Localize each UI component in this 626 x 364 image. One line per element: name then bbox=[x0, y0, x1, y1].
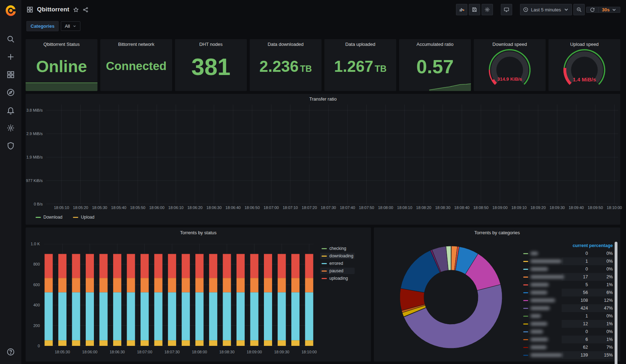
legend-item-upload[interactable]: Upload bbox=[71, 214, 96, 220]
refresh-interval-dropdown[interactable]: 30s bbox=[598, 7, 620, 12]
admin-shield-icon[interactable] bbox=[6, 141, 15, 150]
legend-item-errored[interactable]: errored bbox=[320, 260, 355, 267]
x-tick-label: 18:07:00 bbox=[137, 350, 152, 354]
y-tick-label: 400 bbox=[33, 303, 40, 307]
category-row: 10% bbox=[523, 312, 613, 320]
panel-upload-speed[interactable]: Upload speed 1.4 MiB/s bbox=[548, 39, 620, 91]
category-percentage-value: 1% bbox=[588, 337, 613, 342]
panel-data-downloaded[interactable]: Data downloaded 2.236TB bbox=[250, 39, 322, 91]
grafana-logo[interactable] bbox=[0, 0, 21, 21]
category-label-redacted bbox=[530, 291, 547, 294]
category-row: 42447% bbox=[523, 304, 613, 312]
x-tick-label: 18:09:00 bbox=[492, 205, 508, 210]
panel-accumulated-ratio[interactable]: Accumulated ratio 0.57 bbox=[399, 39, 471, 91]
star-icon[interactable] bbox=[73, 7, 79, 13]
stat-value: 2.236TB bbox=[250, 59, 322, 74]
category-label-redacted bbox=[530, 252, 538, 255]
panel-qbittorrent-status[interactable]: Qbittorrent Status Online bbox=[26, 39, 97, 91]
panel-title[interactable]: Accumulated ratio bbox=[399, 39, 471, 47]
panel-title[interactable]: Qbittorrent Status bbox=[26, 39, 97, 47]
legend-item-download[interactable]: Download bbox=[34, 214, 64, 220]
panel-title[interactable]: Upload speed bbox=[548, 39, 620, 47]
category-current-value: 12 bbox=[567, 321, 588, 326]
legend-label: Download bbox=[43, 215, 62, 220]
panel-title[interactable]: Bittorrent network bbox=[100, 39, 172, 47]
category-row: 10% bbox=[523, 257, 613, 265]
legend-color-dash bbox=[322, 248, 327, 249]
stat-sparkline bbox=[399, 80, 471, 91]
category-label-redacted bbox=[530, 275, 564, 279]
panel-title[interactable]: Download speed bbox=[474, 39, 546, 47]
legend-item-uploading[interactable]: uploading bbox=[320, 275, 355, 282]
status-plot-area[interactable] bbox=[44, 244, 314, 346]
category-label-redacted bbox=[530, 299, 555, 302]
x-tick-label: 18:09:40 bbox=[569, 205, 584, 210]
x-tick-label: 18:08:50 bbox=[473, 205, 489, 210]
alerting-bell-icon[interactable] bbox=[6, 106, 15, 114]
variable-label-categories[interactable]: Categories bbox=[26, 21, 59, 31]
category-label-redacted bbox=[530, 346, 547, 349]
panel-title[interactable]: Torrents by status bbox=[26, 228, 371, 235]
panel-title[interactable]: Data downloaded bbox=[250, 39, 322, 47]
category-percentage-value: 12% bbox=[588, 298, 613, 303]
status-y-axis: 02004006008001.0 K bbox=[26, 244, 43, 346]
legend-item-checking[interactable]: checking bbox=[320, 245, 355, 252]
categories-donut-chart[interactable] bbox=[398, 244, 504, 352]
search-icon[interactable] bbox=[6, 35, 15, 43]
time-range-picker[interactable]: Last 5 minutes bbox=[520, 4, 572, 15]
add-panel-button[interactable] bbox=[456, 4, 467, 15]
x-tick-label: 18:07:40 bbox=[340, 205, 355, 210]
legend-color-dash bbox=[322, 271, 327, 272]
transfer-x-axis: 18:05:1018:05:2018:05:3018:05:4018:05:50… bbox=[46, 205, 618, 211]
categories-table-header: current percentage bbox=[523, 242, 613, 250]
col-header-current[interactable]: current bbox=[567, 243, 588, 248]
y-tick-label: 977 KiB/s bbox=[26, 178, 43, 183]
category-color-dash bbox=[523, 284, 528, 285]
configuration-gear-icon[interactable] bbox=[6, 124, 15, 132]
panel-bittorrent-network[interactable]: Bittorrent network Connected bbox=[100, 39, 172, 91]
category-percentage-value: 1% bbox=[588, 282, 613, 287]
refresh-control: 30s bbox=[586, 7, 620, 13]
table-scrollbar[interactable] bbox=[615, 242, 617, 364]
category-row: 566% bbox=[523, 289, 613, 296]
panel-title[interactable]: Transfer ratio bbox=[26, 94, 620, 102]
stat-unit: TB bbox=[375, 64, 386, 74]
create-plus-icon[interactable] bbox=[6, 53, 15, 61]
dashboard-settings-button[interactable] bbox=[482, 4, 493, 15]
legend-item-paused[interactable]: paused bbox=[320, 268, 355, 274]
stat-unit: TB bbox=[300, 64, 312, 74]
share-icon[interactable] bbox=[83, 7, 89, 13]
x-tick-label: 18:08:30 bbox=[219, 350, 234, 354]
panel-download-speed[interactable]: Download speed 314.9 KiB/s bbox=[474, 39, 546, 91]
panel-title[interactable]: DHT nodes bbox=[175, 39, 247, 47]
top-navbar: Qbittorrent bbox=[21, 0, 626, 19]
category-current-value: 424 bbox=[567, 306, 588, 311]
stat-value: 0.57 bbox=[399, 57, 471, 76]
x-tick-label: 18:06:40 bbox=[226, 205, 241, 210]
refresh-interval-label: 30s bbox=[602, 7, 610, 12]
variable-value-dropdown[interactable]: All bbox=[61, 21, 80, 31]
refresh-button[interactable] bbox=[587, 7, 598, 12]
x-tick-label: 18:09:30 bbox=[550, 205, 565, 210]
legend-item-downloading[interactable]: downloading bbox=[320, 253, 355, 259]
category-color-dash bbox=[523, 339, 528, 340]
category-percentage-value: 0% bbox=[588, 259, 613, 264]
explore-compass-icon[interactable] bbox=[6, 88, 15, 97]
x-tick-label: 18:09:20 bbox=[530, 205, 546, 210]
panel-title[interactable]: Torrents by categories bbox=[374, 228, 620, 235]
cycle-view-tv-button[interactable] bbox=[501, 4, 512, 15]
dashboards-icon[interactable] bbox=[6, 70, 15, 79]
category-label-redacted bbox=[530, 267, 548, 271]
panel-title[interactable]: Data uploaded bbox=[324, 39, 396, 47]
x-tick-label: 18:07:30 bbox=[164, 350, 180, 354]
panel-data-uploaded[interactable]: Data uploaded 1.267TB bbox=[324, 39, 396, 91]
zoom-out-button[interactable] bbox=[573, 4, 585, 15]
col-header-percentage[interactable]: percentage bbox=[588, 243, 613, 248]
panel-dht-nodes[interactable]: DHT nodes 381 bbox=[175, 39, 247, 91]
legend-label: checking bbox=[329, 246, 346, 251]
transfer-plot-area[interactable] bbox=[46, 105, 618, 204]
save-dashboard-button[interactable] bbox=[469, 4, 480, 15]
help-icon[interactable] bbox=[6, 348, 15, 356]
x-tick-label: 18:05:10 bbox=[54, 205, 69, 210]
legend-color-dash bbox=[322, 278, 327, 279]
